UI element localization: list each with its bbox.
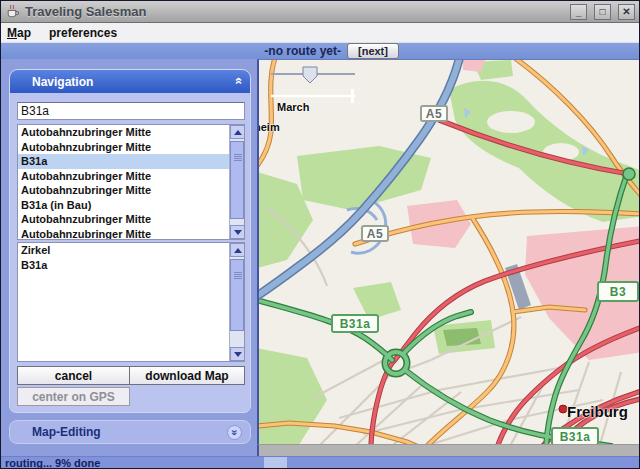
window-title: Traveling Salesman: [25, 4, 563, 19]
map-render: [259, 60, 640, 444]
road-shield-b31a: B31a: [551, 427, 599, 444]
scroll-down-button[interactable]: [230, 225, 245, 239]
selection-scrollbar[interactable]: [229, 243, 244, 361]
city-marker: [559, 405, 567, 413]
toolbar: -no route yet- [next]: [1, 43, 639, 59]
collapse-chevron-up-icon[interactable]: »: [229, 77, 245, 84]
navigation-panel: Navigation » Autobahnzubringer MitteAuto…: [9, 69, 251, 413]
download-map-button[interactable]: download Map: [129, 366, 245, 385]
java-cup-icon: [5, 4, 20, 19]
list-item[interactable]: B31a (in Bau): [18, 198, 229, 213]
triangle-down-icon: [234, 352, 242, 357]
route-status-label: -no route yet-: [264, 44, 341, 58]
map-bottom-strip: [257, 444, 640, 456]
results-scrollbar[interactable]: [229, 125, 244, 239]
zoom-slider: [271, 67, 355, 83]
scrollbar-thumb[interactable]: [230, 141, 244, 219]
list-item[interactable]: B31a: [18, 154, 229, 169]
route-selection-list: ZirkelB31a: [17, 242, 245, 362]
minimize-button[interactable]: _: [570, 4, 587, 20]
navigation-panel-header[interactable]: Navigation »: [10, 70, 250, 93]
center-on-gps-button[interactable]: center on GPS: [17, 387, 130, 406]
scroll-down-button[interactable]: [230, 347, 245, 361]
list-item[interactable]: Autobahnzubringer Mitte: [18, 169, 229, 184]
place-label-heim: heim: [257, 121, 280, 133]
map-editing-panel-header[interactable]: Map-Editing »: [9, 420, 251, 444]
road-shield-b3: B3: [597, 281, 639, 302]
triangle-down-icon: [234, 230, 242, 235]
list-item[interactable]: Autobahnzubringer Mitte: [18, 227, 229, 241]
menu-item-map[interactable]: Map: [7, 26, 31, 40]
list-item[interactable]: B31a: [18, 258, 229, 273]
road-shield-a5: A5: [420, 105, 448, 122]
progress-indicator: [264, 457, 287, 468]
triangle-up-icon: [234, 130, 242, 135]
place-label-freiburg: Freiburg: [567, 403, 628, 420]
maximize-button[interactable]: □: [594, 4, 611, 20]
list-item[interactable]: Autobahnzubringer Mitte: [18, 212, 229, 227]
scrollbar-thumb[interactable]: [230, 259, 244, 331]
map-column: A5A5B31aB3B31aMarchheimFreiburg: [257, 59, 640, 456]
list-item[interactable]: Autobahnzubringer Mitte: [18, 183, 229, 198]
navigation-panel-title: Navigation: [32, 75, 93, 89]
list-item[interactable]: Autobahnzubringer Mitte: [18, 140, 229, 155]
zoom-slider-thumb[interactable]: [303, 67, 317, 83]
road-shield-b31a: B31a: [331, 314, 379, 333]
expand-chevron-down-icon[interactable]: »: [227, 425, 242, 440]
next-button[interactable]: [next]: [347, 43, 399, 59]
close-button[interactable]: ✕: [618, 4, 635, 20]
search-results-list: Autobahnzubringer MitteAutobahnzubringer…: [17, 124, 245, 240]
status-text: routing... 9% done: [5, 457, 100, 469]
cancel-button[interactable]: cancel: [17, 366, 130, 385]
place-label-march: March: [277, 101, 309, 113]
status-bar: routing... 9% done: [1, 456, 639, 468]
scroll-up-button[interactable]: [230, 125, 245, 139]
list-item[interactable]: Zirkel: [18, 243, 229, 258]
street-search-input[interactable]: [17, 102, 245, 120]
list-item[interactable]: Autobahnzubringer Mitte: [18, 125, 229, 140]
map-editing-title: Map-Editing: [32, 425, 227, 439]
menu-bar: Mappreferences: [1, 23, 639, 43]
title-bar[interactable]: Traveling Salesman _ □ ✕: [1, 1, 639, 23]
menu-item-preferences[interactable]: preferences: [49, 26, 117, 40]
app-window: Traveling Salesman _ □ ✕ Mappreferences …: [0, 0, 640, 469]
road-shield-a5: A5: [361, 225, 389, 242]
map-canvas[interactable]: A5A5B31aB3B31aMarchheimFreiburg: [257, 59, 640, 444]
scroll-up-button[interactable]: [230, 243, 245, 257]
sidebar: Navigation » Autobahnzubringer MitteAuto…: [1, 59, 257, 456]
triangle-up-icon: [234, 248, 242, 253]
navigation-panel-body: Autobahnzubringer MitteAutobahnzubringer…: [10, 93, 250, 412]
